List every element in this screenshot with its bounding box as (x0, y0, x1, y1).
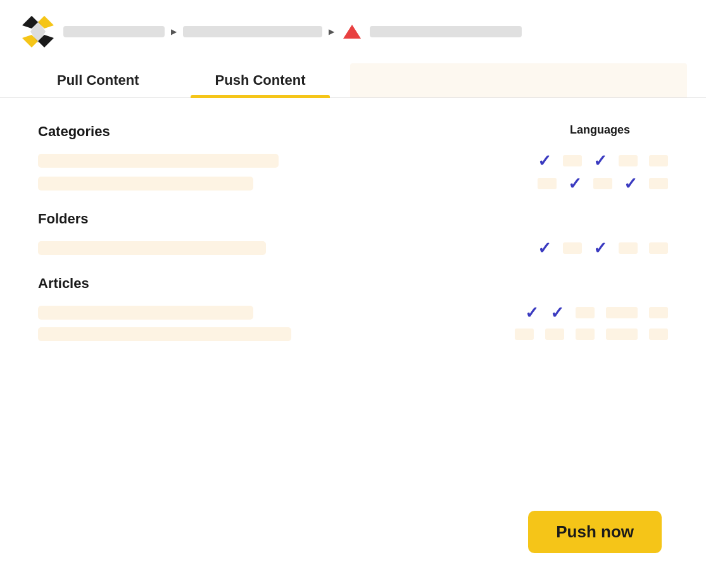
box-1-2 (619, 155, 638, 166)
check-a1-2: ✓ (550, 304, 564, 321)
check-f1-1: ✓ (538, 240, 552, 256)
folders-row-1: ✓ ✓ (38, 240, 668, 256)
tabs-bar: Pull Content Push Content (0, 63, 706, 98)
article-label-1 (38, 306, 253, 320)
categories-row-1: ✓ ✓ (38, 153, 668, 169)
box-1-1 (563, 155, 582, 166)
check-1-1: ✓ (538, 153, 552, 169)
breadcrumb-3 (370, 26, 522, 37)
articles-section: Articles ✓ ✓ (38, 275, 668, 341)
check-a1-1: ✓ (525, 304, 539, 321)
folders-title: Folders (38, 211, 279, 227)
box-a2-4 (606, 328, 638, 340)
folder-label-1 (38, 241, 266, 255)
logo-icon (19, 13, 57, 51)
box-f1-3 (649, 242, 668, 254)
check-1-2: ✓ (593, 153, 607, 169)
content-area: Categories Languages ✓ ✓ ✓ ✓ (0, 117, 706, 373)
articles-row-1: ✓ ✓ (38, 304, 668, 321)
box-f1-2 (619, 242, 638, 254)
category-row1-checks: ✓ ✓ (538, 153, 668, 169)
tab-push-content[interactable]: Push Content (177, 63, 344, 97)
box-a1-1 (576, 307, 595, 318)
category-label-1 (38, 154, 279, 168)
breadcrumb-triangle-icon (341, 20, 363, 43)
breadcrumb: ▶ ▶ (63, 20, 687, 43)
category-row2-checks: ✓ ✓ (538, 175, 668, 192)
box-1-3 (649, 155, 668, 166)
categories-section: Categories Languages ✓ ✓ ✓ ✓ (38, 123, 668, 192)
box-2-2 (593, 178, 612, 189)
folders-section: Folders ✓ ✓ (38, 211, 668, 256)
languages-label: Languages (570, 123, 630, 137)
check-2-1: ✓ (568, 175, 582, 192)
box-2-3 (649, 178, 668, 189)
box-a2-2 (545, 328, 564, 340)
triangle-shape (343, 25, 361, 39)
tab-pull-content[interactable]: Pull Content (19, 63, 177, 97)
push-now-button[interactable]: Push now (528, 511, 662, 553)
articles-title: Articles (38, 275, 279, 292)
categories-row-2: ✓ ✓ (38, 175, 668, 192)
categories-title: Categories (38, 123, 279, 140)
categories-header-row: Categories Languages (38, 123, 668, 140)
box-a1-2 (606, 307, 638, 318)
header: ▶ ▶ (0, 0, 706, 63)
breadcrumb-1 (63, 26, 165, 37)
article-label-2 (38, 327, 291, 341)
article-row2-checks (515, 328, 668, 340)
folder-row1-checks: ✓ ✓ (538, 240, 668, 256)
tab-placeholder (350, 63, 687, 97)
box-2-1 (538, 178, 557, 189)
box-a2-1 (515, 328, 534, 340)
folders-header-row: Folders (38, 211, 668, 227)
breadcrumb-arrow-2: ▶ (329, 27, 334, 36)
box-a2-3 (576, 328, 595, 340)
article-row1-checks: ✓ ✓ (525, 304, 668, 321)
articles-header-row: Articles (38, 275, 668, 292)
articles-row-2 (38, 327, 668, 341)
breadcrumb-2 (183, 26, 322, 37)
check-f1-2: ✓ (593, 240, 607, 256)
category-label-2 (38, 177, 253, 191)
box-f1-1 (563, 242, 582, 254)
box-a1-3 (649, 307, 668, 318)
breadcrumb-arrow-1: ▶ (171, 27, 177, 36)
check-2-2: ✓ (624, 175, 638, 192)
box-a2-5 (649, 328, 668, 340)
